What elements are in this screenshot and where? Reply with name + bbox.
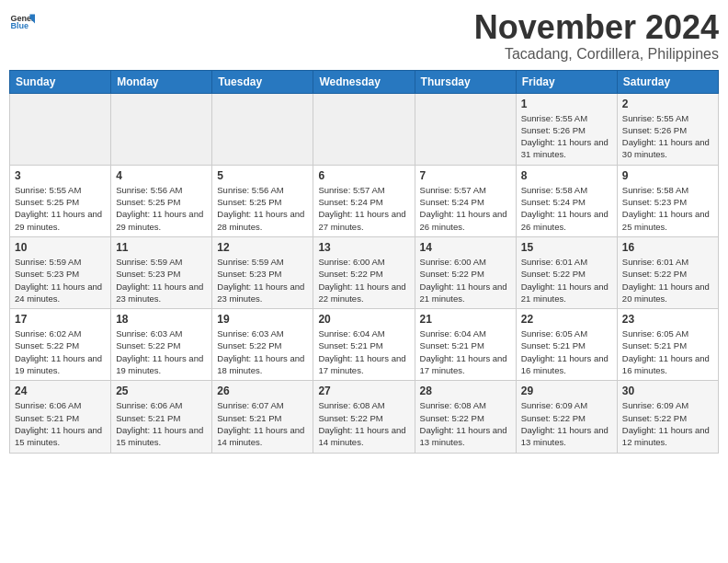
day-number: 28 bbox=[420, 385, 511, 397]
day-cell: 25Sunrise: 6:06 AM Sunset: 5:21 PM Dayli… bbox=[111, 381, 212, 453]
day-cell: 1Sunrise: 5:55 AM Sunset: 5:26 PM Daylig… bbox=[516, 93, 617, 165]
weekday-header-thursday: Thursday bbox=[415, 70, 516, 93]
day-info: Sunrise: 5:59 AM Sunset: 5:23 PM Dayligh… bbox=[15, 256, 106, 304]
location-title: Tacadang, Cordillera, Philippines bbox=[474, 46, 719, 63]
day-info: Sunrise: 6:05 AM Sunset: 5:21 PM Dayligh… bbox=[622, 327, 713, 376]
day-number: 21 bbox=[420, 313, 511, 326]
day-number: 3 bbox=[15, 169, 106, 182]
logo-icon: General Blue bbox=[9, 9, 35, 35]
day-cell bbox=[10, 93, 111, 165]
day-number: 2 bbox=[622, 98, 713, 110]
day-cell bbox=[415, 93, 516, 165]
day-cell: 5Sunrise: 5:56 AM Sunset: 5:25 PM Daylig… bbox=[212, 165, 313, 236]
day-info: Sunrise: 5:55 AM Sunset: 5:26 PM Dayligh… bbox=[521, 112, 612, 161]
day-info: Sunrise: 6:05 AM Sunset: 5:21 PM Dayligh… bbox=[521, 327, 612, 376]
logo: General Blue bbox=[9, 9, 37, 35]
day-number: 17 bbox=[15, 313, 106, 326]
day-cell: 11Sunrise: 5:59 AM Sunset: 5:23 PM Dayli… bbox=[111, 236, 212, 308]
day-cell: 29Sunrise: 6:09 AM Sunset: 5:22 PM Dayli… bbox=[516, 381, 617, 453]
day-cell: 8Sunrise: 5:58 AM Sunset: 5:24 PM Daylig… bbox=[516, 165, 617, 236]
day-cell bbox=[212, 93, 313, 165]
day-info: Sunrise: 5:58 AM Sunset: 5:24 PM Dayligh… bbox=[521, 184, 612, 233]
weekday-header-friday: Friday bbox=[516, 70, 617, 93]
weekday-header-sunday: Sunday bbox=[10, 70, 111, 93]
day-info: Sunrise: 6:04 AM Sunset: 5:21 PM Dayligh… bbox=[318, 327, 409, 376]
day-number: 15 bbox=[521, 241, 612, 254]
day-info: Sunrise: 6:02 AM Sunset: 5:22 PM Dayligh… bbox=[15, 327, 106, 376]
weekday-header-wednesday: Wednesday bbox=[313, 70, 415, 93]
day-info: Sunrise: 6:01 AM Sunset: 5:22 PM Dayligh… bbox=[521, 256, 612, 304]
day-cell: 19Sunrise: 6:03 AM Sunset: 5:22 PM Dayli… bbox=[212, 309, 313, 381]
day-cell: 28Sunrise: 6:08 AM Sunset: 5:22 PM Dayli… bbox=[415, 381, 516, 453]
day-cell: 27Sunrise: 6:08 AM Sunset: 5:22 PM Dayli… bbox=[313, 381, 415, 453]
day-number: 6 bbox=[318, 169, 409, 182]
day-cell: 6Sunrise: 5:57 AM Sunset: 5:24 PM Daylig… bbox=[313, 165, 415, 236]
day-info: Sunrise: 6:08 AM Sunset: 5:22 PM Dayligh… bbox=[318, 399, 409, 448]
day-number: 24 bbox=[15, 385, 106, 397]
day-cell: 20Sunrise: 6:04 AM Sunset: 5:21 PM Dayli… bbox=[313, 309, 415, 381]
day-cell: 18Sunrise: 6:03 AM Sunset: 5:22 PM Dayli… bbox=[111, 309, 212, 381]
day-cell: 4Sunrise: 5:56 AM Sunset: 5:25 PM Daylig… bbox=[111, 165, 212, 236]
day-cell: 2Sunrise: 5:55 AM Sunset: 5:26 PM Daylig… bbox=[617, 93, 718, 165]
weekday-header-tuesday: Tuesday bbox=[212, 70, 313, 93]
day-number: 20 bbox=[318, 313, 409, 326]
day-number: 19 bbox=[217, 313, 308, 326]
day-number: 11 bbox=[116, 241, 207, 254]
day-number: 29 bbox=[521, 385, 612, 397]
day-info: Sunrise: 5:59 AM Sunset: 5:23 PM Dayligh… bbox=[217, 256, 308, 304]
day-info: Sunrise: 5:58 AM Sunset: 5:23 PM Dayligh… bbox=[622, 184, 713, 233]
week-row-1: 1Sunrise: 5:55 AM Sunset: 5:26 PM Daylig… bbox=[10, 93, 719, 165]
day-cell: 24Sunrise: 6:06 AM Sunset: 5:21 PM Dayli… bbox=[10, 381, 111, 453]
day-info: Sunrise: 6:09 AM Sunset: 5:22 PM Dayligh… bbox=[521, 399, 612, 448]
day-number: 12 bbox=[217, 241, 308, 254]
day-info: Sunrise: 6:09 AM Sunset: 5:22 PM Dayligh… bbox=[622, 399, 713, 448]
day-number: 5 bbox=[217, 169, 308, 182]
day-cell bbox=[111, 93, 212, 165]
day-info: Sunrise: 6:08 AM Sunset: 5:22 PM Dayligh… bbox=[420, 399, 511, 448]
day-info: Sunrise: 5:57 AM Sunset: 5:24 PM Dayligh… bbox=[420, 184, 511, 233]
weekday-header-saturday: Saturday bbox=[617, 70, 718, 93]
day-number: 14 bbox=[420, 241, 511, 254]
week-row-3: 10Sunrise: 5:59 AM Sunset: 5:23 PM Dayli… bbox=[10, 236, 719, 308]
day-cell: 21Sunrise: 6:04 AM Sunset: 5:21 PM Dayli… bbox=[415, 309, 516, 381]
day-number: 8 bbox=[521, 169, 612, 182]
calendar-table: SundayMondayTuesdayWednesdayThursdayFrid… bbox=[9, 70, 719, 454]
day-info: Sunrise: 6:00 AM Sunset: 5:22 PM Dayligh… bbox=[318, 256, 409, 304]
month-title: November 2024 bbox=[474, 9, 719, 46]
day-cell: 30Sunrise: 6:09 AM Sunset: 5:22 PM Dayli… bbox=[617, 381, 718, 453]
day-info: Sunrise: 5:56 AM Sunset: 5:25 PM Dayligh… bbox=[217, 184, 308, 233]
day-cell: 3Sunrise: 5:55 AM Sunset: 5:25 PM Daylig… bbox=[10, 165, 111, 236]
day-info: Sunrise: 5:55 AM Sunset: 5:25 PM Dayligh… bbox=[15, 184, 106, 233]
day-cell: 17Sunrise: 6:02 AM Sunset: 5:22 PM Dayli… bbox=[10, 309, 111, 381]
day-number: 13 bbox=[318, 241, 409, 254]
week-row-4: 17Sunrise: 6:02 AM Sunset: 5:22 PM Dayli… bbox=[10, 309, 719, 381]
day-number: 1 bbox=[521, 98, 612, 110]
day-number: 25 bbox=[116, 385, 207, 397]
day-info: Sunrise: 5:56 AM Sunset: 5:25 PM Dayligh… bbox=[116, 184, 207, 233]
day-cell: 22Sunrise: 6:05 AM Sunset: 5:21 PM Dayli… bbox=[516, 309, 617, 381]
day-number: 22 bbox=[521, 313, 612, 326]
day-cell: 12Sunrise: 5:59 AM Sunset: 5:23 PM Dayli… bbox=[212, 236, 313, 308]
day-number: 27 bbox=[318, 385, 409, 397]
week-row-2: 3Sunrise: 5:55 AM Sunset: 5:25 PM Daylig… bbox=[10, 165, 719, 236]
day-info: Sunrise: 5:57 AM Sunset: 5:24 PM Dayligh… bbox=[318, 184, 409, 233]
day-info: Sunrise: 6:06 AM Sunset: 5:21 PM Dayligh… bbox=[15, 399, 106, 448]
day-info: Sunrise: 6:07 AM Sunset: 5:21 PM Dayligh… bbox=[217, 399, 308, 448]
day-cell: 14Sunrise: 6:00 AM Sunset: 5:22 PM Dayli… bbox=[415, 236, 516, 308]
day-info: Sunrise: 6:04 AM Sunset: 5:21 PM Dayligh… bbox=[420, 327, 511, 376]
day-number: 10 bbox=[15, 241, 106, 254]
day-number: 16 bbox=[622, 241, 713, 254]
svg-text:Blue: Blue bbox=[10, 21, 28, 30]
week-row-5: 24Sunrise: 6:06 AM Sunset: 5:21 PM Dayli… bbox=[10, 381, 719, 453]
day-cell: 16Sunrise: 6:01 AM Sunset: 5:22 PM Dayli… bbox=[617, 236, 718, 308]
weekday-header-row: SundayMondayTuesdayWednesdayThursdayFrid… bbox=[10, 70, 719, 93]
page-header: General Blue November 2024 Tacadang, Cor… bbox=[9, 9, 719, 63]
day-info: Sunrise: 5:55 AM Sunset: 5:26 PM Dayligh… bbox=[622, 112, 713, 161]
day-info: Sunrise: 6:00 AM Sunset: 5:22 PM Dayligh… bbox=[420, 256, 511, 304]
day-cell: 10Sunrise: 5:59 AM Sunset: 5:23 PM Dayli… bbox=[10, 236, 111, 308]
day-info: Sunrise: 6:01 AM Sunset: 5:22 PM Dayligh… bbox=[622, 256, 713, 304]
day-cell: 15Sunrise: 6:01 AM Sunset: 5:22 PM Dayli… bbox=[516, 236, 617, 308]
day-cell: 13Sunrise: 6:00 AM Sunset: 5:22 PM Dayli… bbox=[313, 236, 415, 308]
day-info: Sunrise: 6:03 AM Sunset: 5:22 PM Dayligh… bbox=[116, 327, 207, 376]
day-number: 7 bbox=[420, 169, 511, 182]
